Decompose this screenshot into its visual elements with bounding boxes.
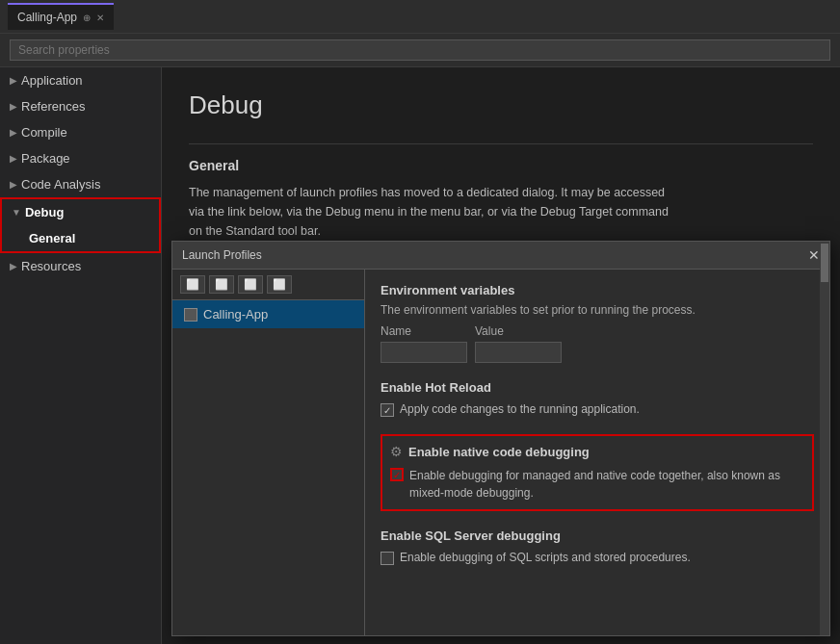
toolbar-btn-2[interactable]: ⬜ (209, 275, 234, 294)
native-debugging-section: ⚙ Enable native code debugging Enable de… (381, 434, 814, 511)
tab-name: Calling-App (17, 11, 77, 24)
native-title-row: ⚙ Enable native code debugging (390, 444, 804, 459)
sidebar-item-package[interactable]: ▶ Package (0, 145, 161, 171)
env-name-col: Name (381, 324, 467, 363)
sidebar-item-label: General (29, 231, 75, 245)
toolbar-btn-3[interactable]: ⬜ (238, 275, 263, 294)
profile-name: Calling-App (203, 307, 268, 322)
env-value-col: Value (475, 324, 562, 363)
profile-item-calling-app[interactable]: Calling-App (172, 300, 364, 328)
title-bar: Calling-App ⊕ ✕ (0, 0, 840, 34)
sidebar-item-label: References (21, 99, 85, 114)
scrollbar-thumb (821, 244, 828, 282)
sidebar-item-label: Package (21, 151, 70, 166)
sql-description: Enable debugging of SQL scripts and stor… (400, 551, 691, 564)
page-title: Debug (189, 90, 813, 120)
toolbar-btn-1[interactable]: ⬜ (180, 275, 205, 294)
toolbar-btn-4[interactable]: ⬜ (267, 275, 292, 294)
general-section-title: General (189, 158, 813, 173)
hot-reload-checkbox[interactable] (381, 403, 394, 417)
env-value-input[interactable] (475, 342, 562, 363)
launch-profiles-dialog: Launch Profiles ✕ ⬜ ⬜ ⬜ ⬜ Calling-App (171, 241, 830, 636)
native-checkbox-row: Enable debugging for managed and native … (390, 467, 804, 502)
search-bar (0, 34, 840, 67)
sidebar-item-label: Resources (21, 259, 81, 273)
env-table: Name Value (381, 324, 814, 363)
sql-title: Enable SQL Server debugging (381, 528, 814, 543)
sidebar-item-label: Code Analysis (21, 177, 100, 192)
env-value-header: Value (475, 324, 562, 338)
sidebar-item-compile[interactable]: ▶ Compile (0, 119, 161, 145)
sidebar-item-label: Compile (21, 125, 67, 140)
sidebar-item-resources[interactable]: ▶ Resources (0, 253, 161, 279)
content-area: Debug General The management of launch p… (162, 67, 840, 644)
arrow-icon: ▶ (10, 179, 17, 190)
sidebar-item-label: Debug (25, 205, 64, 219)
hot-reload-checkbox-row: Apply code changes to the running applic… (381, 402, 814, 417)
sidebar-item-debug[interactable]: ▼ Debug (2, 199, 159, 225)
dialog-header: Launch Profiles ✕ (172, 242, 829, 270)
arrow-icon: ▶ (10, 153, 17, 164)
arrow-icon: ▶ (10, 101, 17, 112)
dialog-right-panel: Environment variables The environment va… (365, 270, 829, 635)
hot-reload-section: Enable Hot Reload Apply code changes to … (381, 380, 814, 417)
native-debugging-checkbox[interactable] (390, 468, 404, 481)
hot-reload-title: Enable Hot Reload (381, 380, 814, 395)
sidebar-item-general[interactable]: General (2, 225, 159, 251)
main-layout: ▶ Application ▶ References ▶ Compile ▶ P… (0, 67, 840, 644)
arrow-icon: ▶ (10, 261, 17, 271)
close-tab-button[interactable]: ✕ (96, 13, 104, 23)
profile-icon (184, 308, 197, 322)
env-description: The environment variables to set prior t… (381, 303, 814, 317)
arrow-icon: ▶ (10, 75, 17, 86)
gear-icon: ⚙ (390, 444, 403, 459)
dialog-title: Launch Profiles (182, 248, 262, 262)
sidebar-item-code-analysis[interactable]: ▶ Code Analysis (0, 171, 161, 197)
env-variables-section: Environment variables The environment va… (381, 283, 814, 363)
pin-icon: ⊕ (83, 13, 91, 23)
native-description: Enable debugging for managed and native … (409, 467, 804, 502)
dialog-body: ⬜ ⬜ ⬜ ⬜ Calling-App Environment variable… (172, 270, 829, 635)
dialog-left-panel: ⬜ ⬜ ⬜ ⬜ Calling-App (172, 270, 365, 635)
dialog-scrollbar[interactable] (820, 242, 829, 635)
divider (189, 143, 813, 144)
native-title: Enable native code debugging (408, 445, 590, 459)
hot-reload-label: Apply code changes to the running applic… (400, 402, 640, 416)
sidebar-item-application[interactable]: ▶ Application (0, 67, 161, 93)
sidebar: ▶ Application ▶ References ▶ Compile ▶ P… (0, 67, 162, 644)
general-description: The management of launch profiles has mo… (189, 183, 670, 241)
env-name-header: Name (381, 324, 467, 338)
sidebar-item-references[interactable]: ▶ References (0, 93, 161, 119)
sql-checkbox-row: Enable debugging of SQL scripts and stor… (381, 551, 814, 565)
arrow-icon: ▶ (10, 127, 17, 138)
sql-debugging-section: Enable SQL Server debugging Enable debug… (381, 528, 814, 565)
search-input[interactable] (10, 39, 830, 61)
dialog-close-button[interactable]: ✕ (808, 247, 820, 263)
sidebar-item-label: Application (21, 73, 83, 88)
dialog-toolbar: ⬜ ⬜ ⬜ ⬜ (172, 270, 364, 300)
env-title: Environment variables (381, 283, 814, 297)
sql-debugging-checkbox[interactable] (381, 552, 394, 565)
env-name-input[interactable] (381, 342, 467, 363)
title-tab[interactable]: Calling-App ⊕ ✕ (8, 3, 114, 30)
arrow-icon: ▼ (12, 207, 21, 218)
